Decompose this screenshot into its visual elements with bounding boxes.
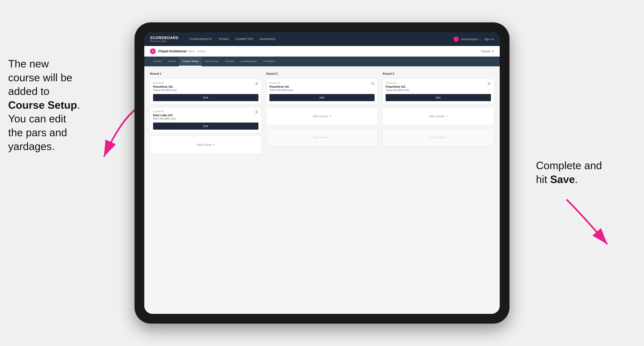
round-2-course-a-name: Peachtree GC [270,85,375,88]
scoreboard-subtitle: Powered by clippd [150,40,178,42]
tab-course-setup[interactable]: Course Setup [179,57,202,66]
user-email: blair@clippd.io [461,38,478,41]
tournament-status: Hosting [197,50,206,53]
round-1-course-a-badge: (Course A) [153,82,258,84]
round-2-course-a-edit-button[interactable]: Edit [270,94,375,101]
round-3-course-a-edit-button[interactable]: Edit [386,94,491,101]
nav-links: TOURNAMENTS TEAMS COMMITTEE RANKINGS [186,36,454,42]
round-1-course-b-name: East Lake GC [153,113,258,117]
round-2-course-a-tee: Yellow (M) (6629 yds) [270,89,375,92]
round-3-add-course-button[interactable]: Add Course + [382,107,494,125]
tab-printables[interactable]: Printables [260,57,278,66]
scoreboard-title: SCOREBOARD [150,36,178,40]
round-1-course-a-card: 🗑 (Course A) Peachtree GC Yellow (M) (66… [150,79,262,104]
round-1-label: Round 1 [150,72,262,75]
tab-results[interactable]: Results [222,57,237,66]
tournament-name: Clippd Invitational [158,49,186,53]
round-2-course-a-delete-button[interactable]: 🗑 [370,81,376,86]
close-icon: ✕ [492,50,494,53]
scoreboard-logo: SCOREBOARD Powered by clippd [150,36,178,42]
round-2-course-a-card: 🗑 (Course A) Peachtree GC Yellow (M) (66… [266,79,378,104]
round-1-course-b-badge: (Course B) [153,110,258,113]
round-1-course-a-name: Peachtree GC [153,85,258,88]
round-1-course-a-delete-button[interactable]: 🗑 [254,81,259,86]
round-1-course-b-edit-button[interactable]: Edit [153,123,258,130]
tournament-logo: C [150,48,156,54]
round-3-add-course-disabled: Add Course + [382,128,494,147]
tab-bar: Details Teams Course Setup Tee Groups Re… [144,57,500,66]
round-2-add-course-disabled: Add Course + [266,128,378,147]
round-3-course-a-tee: Yellow (M) (6629 yds) [386,89,491,92]
sign-out-link[interactable]: Sign out [484,38,494,41]
round-3-course-a-name: Peachtree GC [386,85,491,88]
round-2-column: Round 2 🗑 (Course A) Peachtree GC Yellow… [266,72,378,154]
round-2-add-course-button[interactable]: Add Course + [266,107,378,125]
nav-right: blair@clippd.io | Sign out [454,36,494,42]
nav-teams[interactable]: TEAMS [216,36,232,42]
tab-leaderboards[interactable]: Leaderboards [237,57,260,66]
nav-tournaments[interactable]: TOURNAMENTS [186,36,214,42]
nav-committee[interactable]: COMMITTEE [232,36,256,42]
tablet-frame: SCOREBOARD Powered by clippd TOURNAMENTS… [134,22,510,324]
annotation-right: Complete and hit Save. [536,159,634,186]
round-3-course-a-card: 🗑 (Course A) Peachtree GC Yellow (M) (66… [382,79,494,104]
cancel-button[interactable]: Cancel ✕ [481,50,494,53]
tab-teams[interactable]: Teams [165,57,179,66]
round-3-course-a-badge: (Course A) [386,82,491,84]
user-avatar [454,36,459,42]
round-1-course-b-delete-button[interactable]: 🗑 [254,109,259,115]
arrow-right [550,195,620,252]
round-3-column: Round 3 🗑 (Course A) Peachtree GC Yellow… [382,72,494,154]
tab-details[interactable]: Details [150,57,165,66]
round-1-add-course-button[interactable]: Add Course + [150,136,262,154]
round-1-column: Round 1 🗑 (Course A) Peachtree GC Yellow… [150,72,262,154]
round-3-label: Round 3 [382,72,494,75]
round-2-course-a-badge: (Course A) [270,82,375,84]
tournament-division: (Men) [188,50,195,53]
rounds-grid: Round 1 🗑 (Course A) Peachtree GC Yellow… [150,72,494,154]
tab-tee-groups[interactable]: Tee Groups [202,57,222,66]
top-nav: SCOREBOARD Powered by clippd TOURNAMENTS… [144,32,500,46]
nav-rankings[interactable]: RANKINGS [257,36,278,42]
main-content: Round 1 🗑 (Course A) Peachtree GC Yellow… [144,66,500,314]
tournament-bar: C Clippd Invitational (Men) Hosting Canc… [144,46,500,57]
tablet-screen: SCOREBOARD Powered by clippd TOURNAMENTS… [144,32,500,314]
round-1-course-b-tee: Black (M) (6891 yds) [153,117,258,120]
round-1-course-a-edit-button[interactable]: Edit [153,94,258,101]
round-2-label: Round 2 [266,72,378,75]
round-1-course-a-tee: Yellow (M) (6629 yds) [153,89,258,92]
round-1-course-b-card: 🗑 (Course B) East Lake GC Black (M) (689… [150,107,262,133]
round-3-course-a-delete-button[interactable]: 🗑 [486,81,492,86]
